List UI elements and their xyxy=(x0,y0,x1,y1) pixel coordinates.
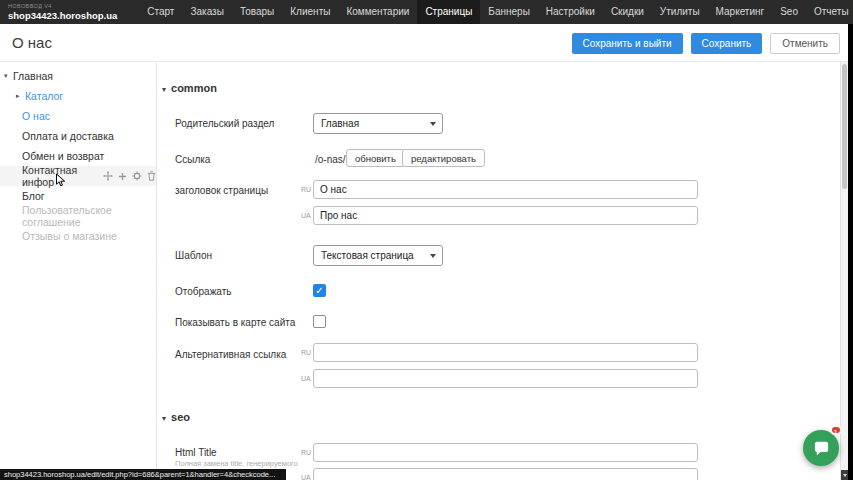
html-title-ua-input[interactable] xyxy=(313,468,698,480)
top-menu-item[interactable]: Утилиты xyxy=(652,0,708,24)
display-label: Отображать xyxy=(175,286,231,297)
top-menu-item[interactable]: Скидки xyxy=(603,0,652,24)
parent-section-label: Родительский раздел xyxy=(175,118,274,129)
scrollbar-down-button[interactable] xyxy=(841,470,848,480)
top-menu-item[interactable]: Товары xyxy=(232,0,282,24)
sidebar-item[interactable]: О нас xyxy=(0,106,156,126)
section-collapse-icon: ▾ xyxy=(162,414,166,423)
parent-section-select[interactable]: Главная xyxy=(313,113,443,134)
lang-tag-ru: RU xyxy=(301,349,311,356)
lang-tag-ru: RU xyxy=(301,186,311,193)
sitemap-label: Показывать в карте сайта xyxy=(175,317,295,328)
sitemap-checkbox[interactable] xyxy=(313,315,326,328)
select-caret-icon xyxy=(430,254,436,258)
top-menu-item-label: Старт xyxy=(147,6,174,17)
top-menu: СтартЗаказыТоварыКлиентыКомментарииСтран… xyxy=(139,0,853,24)
top-menu-item-label: Отчеты xyxy=(814,6,849,17)
sidebar-item[interactable]: Пользовательское соглашение xyxy=(0,206,156,226)
vertical-scrollbar[interactable] xyxy=(840,62,848,480)
parent-section-value: Главная xyxy=(321,118,359,129)
brand-domain: shop34423.horoshop.ua xyxy=(8,11,117,21)
top-menu-item[interactable]: Страницы xyxy=(417,0,480,24)
screen-right-black-strip xyxy=(848,24,853,480)
chat-icon xyxy=(813,440,830,457)
tree-expander-icon[interactable]: ▾ xyxy=(4,72,13,80)
top-menu-item-label: Настройки xyxy=(546,6,595,17)
move-icon[interactable] xyxy=(103,171,113,181)
top-bar: НОВОВВОД V4 shop34423.horoshop.ua СтартЗ… xyxy=(0,0,853,24)
gear-icon[interactable] xyxy=(132,171,142,181)
top-menu-item[interactable]: Маркетинг xyxy=(708,0,773,24)
top-menu-item[interactable]: Seo xyxy=(772,0,806,24)
top-menu-item-label: Комментарии xyxy=(346,6,409,17)
lang-tag-ru: RU xyxy=(301,449,311,456)
top-menu-item-label: Утилиты xyxy=(660,6,700,17)
page-title-ua-input[interactable] xyxy=(313,206,698,225)
top-menu-item-label: Клиенты xyxy=(290,6,330,17)
top-menu-item-label: Страницы xyxy=(425,6,472,17)
link-update-button[interactable]: обновить xyxy=(346,149,405,167)
sidebar-item-label: Отзывы о магазине xyxy=(22,230,117,242)
top-menu-item[interactable]: Баннеры xyxy=(480,0,537,24)
top-menu-item-label: Скидки xyxy=(611,6,644,17)
top-menu-item-label: Товары xyxy=(240,6,274,17)
sidebar-item-label: О нас xyxy=(22,110,50,122)
sidebar-item-label: Пользовательское соглашение xyxy=(22,204,156,228)
template-value: Текстовая страница xyxy=(321,250,414,261)
html-title-ru-input[interactable] xyxy=(313,443,698,462)
section-common[interactable]: ▾common xyxy=(162,82,217,94)
brand-version: НОВОВВОД V4 xyxy=(8,4,117,10)
top-menu-item[interactable]: Настройки xyxy=(538,0,603,24)
sidebar-item-label: Главная xyxy=(13,70,53,82)
scrollbar-thumb[interactable] xyxy=(842,64,847,189)
brand-logo[interactable]: НОВОВВОД V4 shop34423.horoshop.ua xyxy=(8,4,117,20)
sidebar-item[interactable]: Контактная инфор xyxy=(0,166,156,186)
sidebar-item-label: Оплата и доставка xyxy=(22,130,114,142)
section-common-label: common xyxy=(171,82,217,94)
save-button[interactable]: Сохранить xyxy=(691,33,763,54)
top-menu-item[interactable]: Отчеты xyxy=(806,0,853,24)
alt-link-ru-input[interactable] xyxy=(313,343,698,362)
section-seo-label: seo xyxy=(171,411,190,423)
cancel-button[interactable]: Отменить xyxy=(770,33,840,54)
sidebar-item-label: Каталог xyxy=(25,90,63,102)
top-menu-item-label: Seo xyxy=(780,6,798,17)
sidebar-item[interactable]: ▸ Каталог xyxy=(0,86,156,106)
page-title-ru-input[interactable] xyxy=(313,180,698,199)
sidebar-item[interactable]: ▾ Главная xyxy=(0,66,156,86)
alt-link-label: Альтернативная ссылка xyxy=(175,349,286,360)
template-select[interactable]: Текстовая страница xyxy=(313,245,443,266)
item-action-icons xyxy=(103,171,156,181)
sidebar-item[interactable]: Блог xyxy=(0,186,156,206)
top-menu-item[interactable]: Клиенты xyxy=(282,0,338,24)
link-edit-button[interactable]: редактировать xyxy=(402,149,485,167)
sidebar-item[interactable]: Оплата и доставка xyxy=(0,126,156,146)
lang-tag-ua: UA xyxy=(301,375,311,382)
mouse-cursor xyxy=(55,173,66,188)
select-caret-icon xyxy=(430,122,436,126)
page-edit-form: ▾common Родительский раздел Главная Ссыл… xyxy=(158,62,840,480)
header-buttons: Сохранить и выйти Сохранить Отменить xyxy=(572,33,841,54)
top-menu-item[interactable]: Заказы xyxy=(182,0,231,24)
save-and-exit-button[interactable]: Сохранить и выйти xyxy=(572,33,683,54)
display-checkbox[interactable] xyxy=(313,284,326,297)
pages-tree-sidebar: ▾ Главная xyxy=(0,62,157,480)
top-menu-item[interactable]: Комментарии xyxy=(338,0,417,24)
lang-tag-ua: UA xyxy=(301,212,311,219)
top-menu-item-label: Баннеры xyxy=(488,6,529,17)
sidebar-item-label: Блог xyxy=(22,190,45,202)
sidebar-item[interactable]: Обмен и возврат xyxy=(0,146,156,166)
sidebar-item[interactable]: Отзывы о магазине xyxy=(0,226,156,246)
html-title-label: Html Title xyxy=(175,447,217,458)
html-title-hint: Полная замена title, генерируемого xyxy=(175,459,325,468)
page-header: О нас Сохранить и выйти Сохранить Отмени… xyxy=(0,24,848,62)
page-title: О нас xyxy=(12,34,52,51)
chat-widget-button[interactable]: 1 xyxy=(803,430,839,466)
trash-icon[interactable] xyxy=(147,171,156,181)
section-seo[interactable]: ▾seo xyxy=(162,411,190,423)
tree-expander-icon[interactable]: ▸ xyxy=(16,92,25,100)
alt-link-ua-input[interactable] xyxy=(313,369,698,388)
add-icon[interactable] xyxy=(118,172,127,181)
browser-status-bar: shop34423.horoshop.ua/edit/edit.php?id=6… xyxy=(0,469,286,480)
top-menu-item[interactable]: Старт xyxy=(139,0,182,24)
